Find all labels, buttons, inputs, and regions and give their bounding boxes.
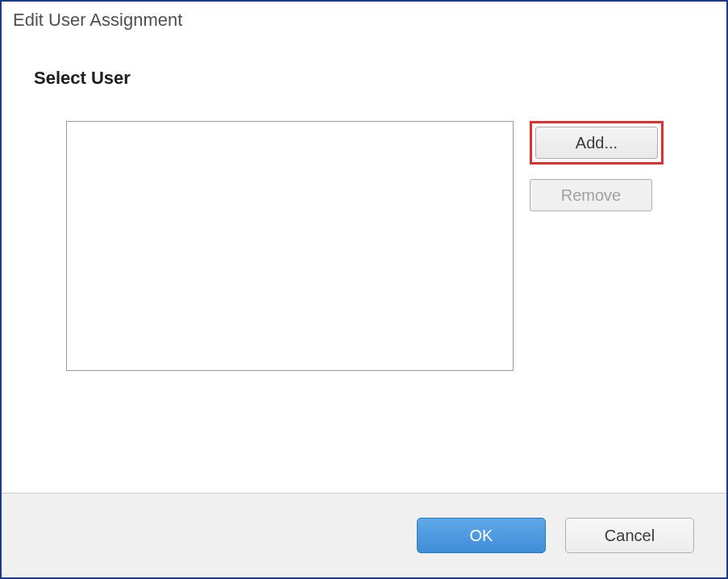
dialog-title: Edit User Assignment [2,2,726,35]
section-header: Select User [34,68,694,89]
cancel-button[interactable]: Cancel [565,518,694,553]
user-list-box[interactable] [66,121,514,371]
dialog-content: Select User Add... Remove [2,35,726,493]
add-button-highlight: Add... [530,121,664,165]
add-button[interactable]: Add... [535,127,658,159]
edit-user-assignment-dialog: Edit User Assignment Select User Add... … [0,0,728,579]
list-action-buttons: Add... Remove [530,121,664,371]
dialog-button-bar: OK Cancel [2,494,726,577]
remove-button[interactable]: Remove [530,179,652,211]
user-selection-row: Add... Remove [34,121,694,371]
ok-button[interactable]: OK [417,518,546,553]
